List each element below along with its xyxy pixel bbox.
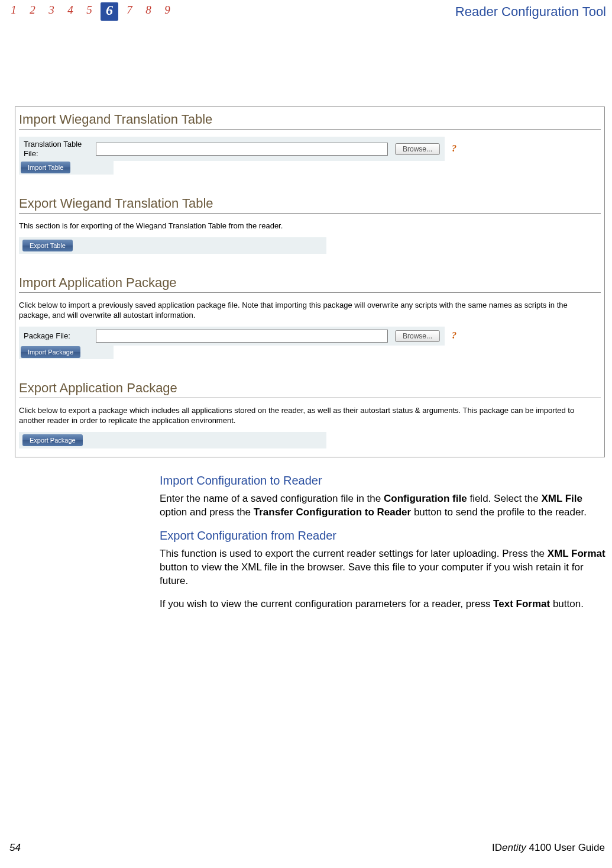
config-screenshot: Import Wiegand Translation Table Transla… bbox=[15, 107, 605, 457]
import-wiegand-title: Import Wiegand Translation Table bbox=[19, 112, 601, 130]
export-wiegand-desc: This section is for exporting of the Wie… bbox=[19, 221, 601, 231]
import-table-row: Import Table bbox=[19, 160, 114, 175]
guide-name: IDentity 4100 User Guide bbox=[492, 842, 605, 854]
import-package-button[interactable]: Import Package bbox=[21, 346, 80, 358]
tab-2[interactable]: 2 bbox=[25, 2, 40, 21]
translation-file-row: Translation Table File: Browse... bbox=[19, 137, 445, 161]
export-package-title: Export Application Package bbox=[19, 380, 601, 398]
export-wiegand-title: Export Wiegand Translation Table bbox=[19, 196, 601, 214]
page-title: Reader Configuration Tool bbox=[455, 4, 606, 20]
page-number: 54 bbox=[9, 842, 21, 854]
export-package-desc: Click below to export a package which in… bbox=[19, 405, 601, 426]
import-package-desc: Click below to import a previously saved… bbox=[19, 300, 601, 321]
import-table-button[interactable]: Import Table bbox=[21, 162, 70, 173]
import-package-title: Import Application Package bbox=[19, 275, 601, 293]
browse-button[interactable]: Browse... bbox=[395, 143, 440, 155]
translation-file-label: Translation Table File: bbox=[24, 140, 89, 158]
tab-8[interactable]: 8 bbox=[141, 2, 156, 21]
export-config-paragraph-1: This function is used to export the curr… bbox=[160, 547, 606, 588]
tab-9[interactable]: 9 bbox=[160, 2, 175, 21]
tab-3[interactable]: 3 bbox=[44, 2, 59, 21]
page-header: 1 2 3 4 5 6 7 8 9 Reader Configuration T… bbox=[0, 0, 612, 21]
package-file-input[interactable] bbox=[96, 330, 388, 343]
chapter-tabs: 1 2 3 4 5 6 7 8 9 bbox=[6, 2, 175, 21]
tab-1[interactable]: 1 bbox=[6, 2, 21, 21]
tab-4[interactable]: 4 bbox=[63, 2, 78, 21]
tab-7[interactable]: 7 bbox=[122, 2, 137, 21]
tab-5[interactable]: 5 bbox=[82, 2, 97, 21]
export-config-heading: Export Configuration from Reader bbox=[160, 529, 606, 543]
export-config-paragraph-2: If you wish to view the current configur… bbox=[160, 598, 606, 611]
document-body: Import Configuration to Reader Enter the… bbox=[160, 474, 606, 611]
export-table-button[interactable]: Export Table bbox=[22, 240, 73, 251]
import-package-row: Import Package bbox=[19, 345, 114, 359]
import-config-paragraph: Enter the name of a saved configuration … bbox=[160, 492, 606, 519]
translation-file-input[interactable] bbox=[96, 143, 388, 156]
page-footer: 54 IDentity 4100 User Guide bbox=[0, 842, 612, 854]
export-package-button[interactable]: Export Package bbox=[22, 434, 83, 446]
help-icon[interactable]: ? bbox=[452, 143, 456, 154]
package-file-row: Package File: Browse... bbox=[19, 327, 445, 346]
export-table-row: Export Table bbox=[19, 237, 326, 254]
help-icon-2[interactable]: ? bbox=[452, 330, 456, 341]
tab-6[interactable]: 6 bbox=[101, 2, 118, 21]
package-file-label: Package File: bbox=[24, 331, 89, 341]
browse-button-2[interactable]: Browse... bbox=[395, 330, 440, 342]
import-config-heading: Import Configuration to Reader bbox=[160, 474, 606, 488]
export-package-row: Export Package bbox=[19, 432, 326, 448]
